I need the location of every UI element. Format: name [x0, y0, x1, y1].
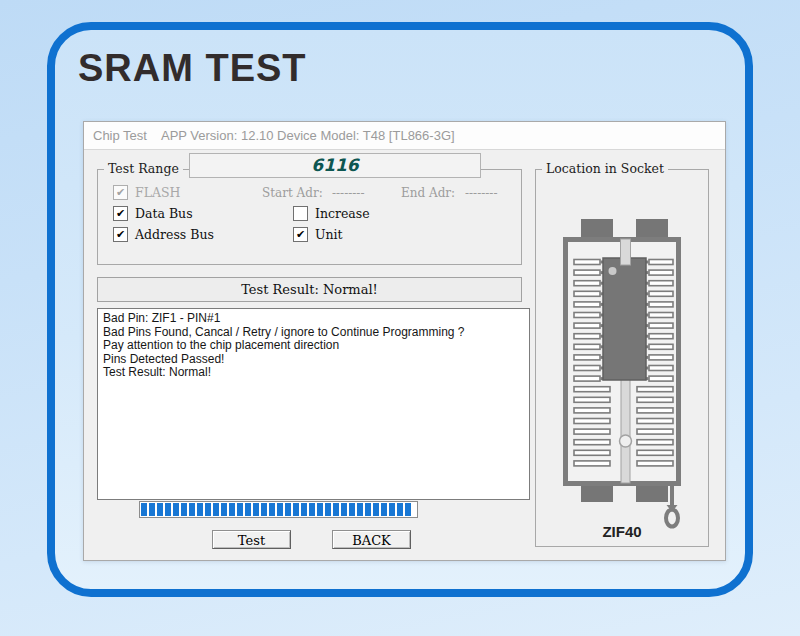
start-adr-label: Start Adr:: [262, 186, 323, 200]
log-line: Pay attention to the chip placement dire…: [103, 339, 524, 353]
test-result-bar: Test Result: Normal!: [97, 277, 522, 302]
chip-test-window: Chip Test APP Version: 12.10 Device Mode…: [83, 121, 726, 561]
socket-rail: [621, 379, 630, 483]
socket-top-tab-left: [581, 219, 613, 238]
data-bus-checkbox[interactable]: ✔ Data Bus: [113, 206, 193, 221]
increase-checkbox[interactable]: Increase: [293, 206, 370, 221]
socket-top-tab-right: [636, 219, 668, 238]
test-range-group-label: Test Range: [104, 161, 183, 176]
increase-checkbox-label: Increase: [315, 206, 370, 221]
flash-checkbox-box[interactable]: ✔: [113, 185, 128, 200]
start-adr-value: --------: [332, 186, 364, 200]
address-bus-checkbox[interactable]: ✔ Address Bus: [113, 227, 214, 242]
log-line: Bad Pins Found, Cancal / Retry / ignore …: [103, 326, 524, 340]
unit-checkbox-label: Unit: [315, 227, 343, 242]
unit-checkbox[interactable]: ✔ Unit: [293, 227, 343, 242]
data-bus-checkbox-box[interactable]: ✔: [113, 206, 128, 221]
selected-chip-name: 6116: [189, 153, 481, 178]
end-adr-label: End Adr:: [401, 186, 455, 200]
flash-checkbox-label: FLASH: [135, 185, 180, 200]
progress-bar: [139, 501, 418, 518]
background-card: SRAM TEST Chip Test APP Version: 12.10 D…: [47, 22, 753, 597]
flash-checkbox[interactable]: ✔ FLASH: [113, 185, 180, 200]
socket-name-label: ZIF40: [536, 523, 708, 540]
socket-lever: [621, 239, 631, 265]
chip-pin1-dot: [609, 267, 617, 275]
socket-rail-knob: [620, 435, 632, 447]
unit-checkbox-box[interactable]: ✔: [293, 227, 308, 242]
log-line: Pins Detected Passed!: [103, 353, 524, 367]
window-title: Chip Test: [93, 128, 147, 143]
progress-bar-fill: [141, 503, 412, 516]
end-adr-value: --------: [465, 186, 497, 200]
socket-location-group: Location in Socket ZIF40: [535, 169, 709, 547]
log-line: Bad Pin: ZIF1 - PIN#1: [103, 312, 524, 326]
zif-socket-icon: [553, 209, 713, 539]
address-bus-checkbox-box[interactable]: ✔: [113, 227, 128, 242]
increase-checkbox-box[interactable]: [293, 206, 308, 221]
window-titlebar: Chip Test APP Version: 12.10 Device Mode…: [84, 122, 725, 150]
data-bus-checkbox-label: Data Bus: [135, 206, 193, 221]
test-range-group: Test Range ✔ FLASH ✔ Data Bus ✔ Address …: [97, 169, 522, 265]
test-button[interactable]: Test: [212, 530, 291, 549]
socket-location-group-label: Location in Socket: [542, 161, 668, 176]
back-button[interactable]: BACK: [332, 530, 411, 549]
log-line: Test Result: Normal!: [103, 366, 524, 380]
socket-bottom-tab-left: [581, 486, 613, 502]
window-version-info: APP Version: 12.10 Device Model: T48 [TL…: [161, 128, 455, 143]
handle-stem: [670, 486, 674, 505]
address-bus-checkbox-label: Address Bus: [135, 227, 214, 242]
chip-in-socket-icon: [603, 258, 646, 380]
log-output[interactable]: Bad Pin: ZIF1 - PIN#1Bad Pins Found, Can…: [97, 308, 530, 500]
page-title: SRAM TEST: [78, 47, 307, 90]
socket-bottom-tab-right: [636, 486, 668, 502]
